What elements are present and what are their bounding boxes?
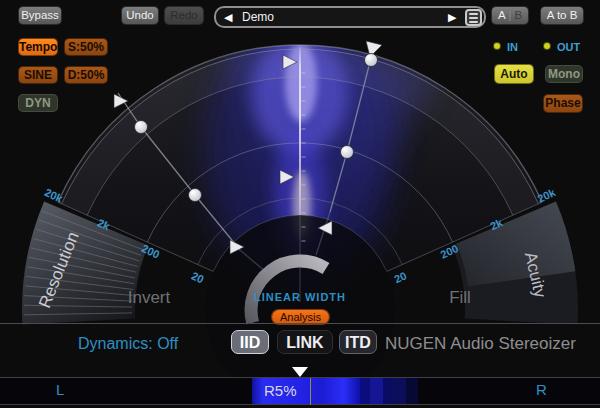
ab-separator: |	[505, 9, 514, 21]
tempo-button[interactable]: Tempo	[19, 39, 57, 55]
in-label: IN	[507, 41, 518, 53]
slider-level-band	[383, 378, 393, 404]
freq-label-left-20: 20	[190, 269, 206, 285]
preset-menu-icon[interactable]	[465, 9, 482, 26]
slider-left-label: L	[56, 381, 64, 398]
slider-level-band	[393, 378, 406, 404]
in-led	[494, 43, 500, 49]
marker-triangle[interactable]	[114, 94, 128, 108]
preset-selector[interactable]: ◀ Demo ▶	[214, 6, 486, 28]
preset-name[interactable]: Demo	[242, 8, 274, 26]
slider-value: R5%	[264, 382, 297, 399]
envelope-handle[interactable]	[341, 146, 354, 159]
redo-button[interactable]: Redo	[165, 7, 203, 24]
depth-value-button[interactable]: D:50%	[65, 67, 107, 83]
envelope-handle[interactable]	[189, 189, 202, 202]
freq-label-right-20: 20	[392, 269, 408, 285]
separator-line	[0, 323, 600, 324]
width-slider-track[interactable]: R5%	[0, 377, 600, 405]
linear-width-label: LINEAR WIDTH	[0, 291, 600, 303]
dyn-button[interactable]: DYN	[19, 95, 57, 111]
envelope-handle[interactable]	[365, 54, 378, 67]
slider-level-band	[360, 378, 370, 404]
slider-level-band	[370, 378, 383, 404]
auto-button[interactable]: Auto	[495, 65, 533, 83]
stereoizer-window: Resolution Acuity	[0, 0, 600, 408]
slider-right-label: R	[536, 381, 547, 398]
analysis-button[interactable]: Analysis	[272, 310, 329, 324]
slider-marker-triangle[interactable]	[292, 367, 308, 377]
itd-button[interactable]: ITD	[339, 330, 377, 354]
brand-text: NUGEN Audio Stereoizer	[385, 334, 576, 354]
bypass-button[interactable]: Bypass	[19, 7, 61, 24]
envelope-handle[interactable]	[135, 121, 148, 134]
link-button[interactable]: LINK	[277, 330, 333, 354]
dynamics-status[interactable]: Dynamics: Off	[78, 335, 178, 353]
preset-prev-icon[interactable]: ◀	[224, 8, 232, 26]
ab-compare-button[interactable]: A | B	[492, 7, 528, 24]
slider-position-line	[310, 378, 311, 405]
a-to-b-button[interactable]: A to B	[541, 7, 583, 24]
out-label: OUT	[557, 41, 580, 53]
undo-button[interactable]: Undo	[122, 7, 158, 24]
sync-value-button[interactable]: S:50%	[65, 39, 107, 55]
iid-button[interactable]: IID	[231, 330, 269, 354]
ab-a-label: A	[498, 9, 505, 21]
sine-button[interactable]: SINE	[19, 67, 57, 83]
out-led	[544, 43, 550, 49]
ab-b-label: B	[514, 9, 522, 21]
mono-button[interactable]: Mono	[546, 66, 582, 82]
slider-level-band	[406, 378, 418, 404]
preset-next-icon[interactable]: ▶	[448, 8, 456, 26]
freq-label-right-20k: 20k	[535, 186, 558, 205]
phase-button[interactable]: Phase	[544, 95, 582, 112]
